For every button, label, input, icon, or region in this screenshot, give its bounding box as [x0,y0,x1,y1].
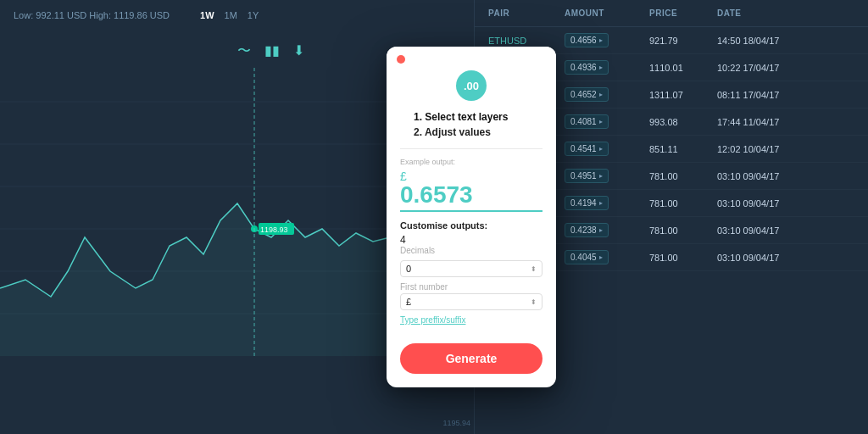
chart-info: Low: 992.11 USD High: 1119.86 USD [14,10,170,20]
date-cell: 10:22 17/04/17 [717,63,802,73]
header-date: DATE [717,8,802,18]
example-output: £ 0.6573 [400,170,542,212]
amount-cell: 0.4045 ▸ [565,250,649,264]
line-chart-icon[interactable]: 〜 [237,42,251,60]
decimals-value-row: 4 Decimals [400,234,542,255]
plugin-panel: .00 1. Select text layers 2. Adjust valu… [387,47,556,387]
example-label: Example output: [400,158,542,166]
customise-label: Customise outputs: [400,220,542,231]
price-cell: 921.79 [649,36,717,46]
select-value: 0 [406,264,411,274]
amount-cell: 0.4951 ▸ [565,169,649,183]
example-value: 0.6573 [400,183,542,207]
panel-body: Example output: £ 0.6573 Customise outpu… [387,149,556,333]
amount-cell: 0.4652 ▸ [565,87,649,102]
first-number-select[interactable]: £ ⬍ [400,293,542,310]
first-number-label: First number [400,282,542,292]
price-cell: 781.00 [649,198,717,209]
select-row[interactable]: 0 ⬍ [400,260,542,277]
type-prefix-link[interactable]: Type preffix/suffix [400,315,542,325]
plugin-icon-label: .00 [464,80,479,92]
amount-cell: 0.4081 ▸ [565,114,649,129]
date-cell: 03:10 09/04/17 [717,253,802,263]
time-filter-1m[interactable]: 1M [225,10,237,20]
amount-cell: 0.4194 ▸ [565,196,649,210]
time-filter-1w[interactable]: 1W [200,10,214,20]
chart-header: Low: 992.11 USD High: 1119.86 USD 1W 1M … [0,0,474,31]
price-cell: 781.00 [649,253,717,263]
pair-cell: ETHUSD [488,36,565,46]
bar-chart-icon[interactable]: ▮▮ [264,42,280,60]
date-cell: 08:11 17/04/17 [717,90,802,100]
decimals-label: Decimals [400,246,542,255]
price-cell: 993.08 [649,117,717,127]
date-cell: 17:44 11/04/17 [717,117,802,127]
generate-button[interactable]: Generate [400,343,542,374]
header-pair: PAIR [488,8,565,18]
date-cell: 03:10 09/04/17 [717,198,802,209]
table-header: PAIR AMOUNT PRICE DATE [475,0,868,27]
date-cell: 03:10 09/04/17 [717,225,802,236]
time-filters: 1W 1M 1Y [200,10,259,20]
price-cell: 1311.07 [649,90,717,100]
amount-cell: 0.4541 ▸ [565,142,649,156]
chart-svg: 1198.93 1196.94 [0,68,432,356]
date-cell: 14:50 18/04/17 [717,36,802,46]
panel-icon-wrap: .00 [400,57,542,108]
select-arrow-icon: ⬍ [531,265,537,273]
step-1: 1. Select text layers [414,111,529,123]
amount-cell: 0.4656 ▸ [565,33,649,47]
step-2: 2. Adjust values [414,126,529,138]
header-amount: AMOUNT [565,8,649,18]
underline-teal [400,210,542,212]
price-label-6: 1195.94 [442,419,470,427]
panel-header: .00 1. Select text layers 2. Adjust valu… [387,47,556,148]
first-number-arrow-icon: ⬍ [531,298,537,306]
first-number-row: First number £ ⬍ [400,282,542,310]
header-price: PRICE [649,8,717,18]
amount-cell: 0.4936 ▸ [565,60,649,75]
plugin-icon: .00 [456,70,487,101]
first-number-value: £ [406,297,411,307]
decimals-value: 4 [400,234,542,246]
date-cell: 03:10 09/04/17 [717,171,802,181]
close-dot[interactable] [397,55,405,64]
time-filter-1y[interactable]: 1Y [248,10,259,20]
chart-icon-group: 〜 ▮▮ ⬇ [237,42,304,60]
download-icon[interactable]: ⬇ [293,42,304,60]
amount-cell: 0.4238 ▸ [565,223,649,237]
price-cell: 1110.01 [649,63,717,73]
price-cell: 781.00 [649,171,717,181]
price-cell: 781.00 [649,225,717,236]
decimals-select[interactable]: 0 ⬍ [400,260,542,277]
date-cell: 12:02 10/04/17 [717,144,802,154]
step-list: 1. Select text layers 2. Adjust values [400,108,542,148]
price-cell: 851.11 [649,144,717,154]
